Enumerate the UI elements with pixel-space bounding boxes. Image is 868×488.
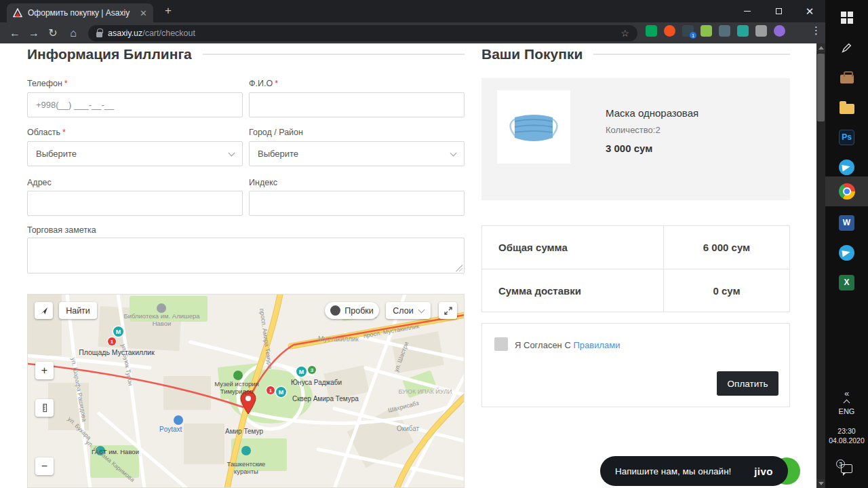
photoshop-icon[interactable]: Ps bbox=[825, 124, 868, 151]
jivo-chat-widget[interactable]: Напишите нам, мы онлайн! jivo bbox=[600, 456, 788, 486]
map-zoom-out-button[interactable]: − bbox=[35, 457, 54, 475]
address-bar[interactable]: asaxiy.uz /cart/checkout ☆ bbox=[88, 25, 637, 41]
scrollbar-thumb[interactable] bbox=[817, 54, 825, 121]
order-summary-table: Общая сумма 6 000 сум Сумма доставки 0 с… bbox=[481, 225, 790, 312]
map-fullscreen-button[interactable] bbox=[439, 302, 457, 319]
show-hidden-icons-button[interactable] bbox=[825, 400, 868, 405]
reload-button[interactable]: ↻ bbox=[43, 22, 62, 43]
extension-icon-green[interactable] bbox=[646, 25, 657, 37]
start-button[interactable] bbox=[825, 4, 868, 31]
city-label: Город / Район bbox=[249, 128, 303, 137]
new-tab-button[interactable]: + bbox=[165, 4, 172, 18]
product-image bbox=[497, 90, 570, 164]
phone-label: Телефон* bbox=[27, 79, 68, 88]
url-domain: asaxiy.uz bbox=[108, 29, 142, 38]
pay-button[interactable]: Оплатить bbox=[717, 371, 778, 396]
fio-label: Ф.И.О* bbox=[249, 79, 278, 88]
lock-icon bbox=[96, 32, 102, 37]
summary-row-total: Общая сумма 6 000 сум bbox=[482, 226, 789, 269]
museum-poi-icon bbox=[233, 371, 243, 380]
address-input[interactable] bbox=[27, 191, 243, 216]
telegram-icon-2[interactable] bbox=[825, 239, 868, 266]
window-close-button[interactable]: ✕ bbox=[794, 0, 825, 22]
language-indicator[interactable]: ENG bbox=[825, 407, 868, 415]
map-zoom-in-button[interactable]: + bbox=[35, 362, 54, 379]
file-explorer-icon[interactable] bbox=[825, 94, 868, 121]
jivo-logo: jivo bbox=[754, 466, 773, 477]
map-search-button[interactable]: Найти bbox=[59, 302, 97, 319]
extension-icon-gray[interactable] bbox=[719, 25, 730, 37]
poytaxt-poi-icon bbox=[174, 415, 183, 425]
page-scrollbar[interactable] bbox=[816, 43, 825, 488]
map-graphic bbox=[28, 295, 465, 488]
map-layers-button[interactable]: Слои bbox=[386, 302, 431, 319]
extension-icon-orange[interactable] bbox=[664, 25, 675, 37]
scroll-up-arrow[interactable] bbox=[816, 43, 825, 52]
map-traffic-button[interactable]: Пробки bbox=[325, 302, 379, 319]
region-select[interactable]: Выберите bbox=[27, 141, 243, 166]
clock-tower-poi-icon bbox=[241, 446, 251, 455]
note-textarea[interactable] bbox=[27, 238, 465, 274]
locate-arrow-icon bbox=[39, 306, 48, 315]
terms-panel: Я Согласен С Правилами Оплатить bbox=[481, 323, 790, 407]
library-poi-icon bbox=[157, 303, 166, 313]
fio-input[interactable] bbox=[249, 92, 465, 117]
chrome-icon[interactable] bbox=[825, 178, 868, 205]
taskbar: Ps W X « ENG 23:30 04.08.2020 3 bbox=[825, 0, 868, 488]
terms-text: Я Согласен С Правилами bbox=[515, 340, 620, 350]
map[interactable]: Библиотека им. Алишера Навои ОЛОЙ Мустак… bbox=[27, 294, 465, 488]
total-value: 6 000 сум bbox=[664, 242, 789, 253]
forward-button[interactable]: → bbox=[24, 22, 43, 43]
mask-product-graphic bbox=[497, 90, 570, 164]
summary-row-delivery: Сумма доставки 0 сум bbox=[482, 269, 789, 312]
pen-app-icon[interactable] bbox=[825, 34, 868, 61]
notification-center-button[interactable]: 3 bbox=[825, 458, 868, 478]
bookmark-star-icon[interactable]: ☆ bbox=[620, 28, 629, 39]
index-input[interactable] bbox=[249, 191, 465, 216]
scroll-down-arrow[interactable] bbox=[816, 479, 825, 488]
terms-checkbox[interactable] bbox=[494, 337, 508, 351]
chevron-down-icon bbox=[450, 149, 457, 156]
delivery-value: 0 сум bbox=[664, 285, 789, 297]
browser-tab[interactable]: Оформить покупку | Asaxiy ✕ bbox=[7, 3, 153, 22]
theater-poi-icon bbox=[96, 446, 105, 455]
extension-icon-purple[interactable] bbox=[774, 25, 785, 37]
ruler-icon bbox=[40, 403, 50, 413]
toolbox-app-icon[interactable] bbox=[825, 64, 868, 91]
extension-icon-lime[interactable] bbox=[701, 25, 712, 37]
phone-input[interactable] bbox=[27, 92, 243, 117]
metro-station-icon: М bbox=[113, 326, 123, 337]
terms-link[interactable]: Правилами bbox=[573, 340, 620, 350]
url-path: /cart/checkout bbox=[142, 29, 195, 38]
metro-station-icon: М bbox=[296, 367, 307, 377]
city-select[interactable]: Выберите bbox=[249, 141, 465, 166]
metro-station-icon: М bbox=[276, 387, 286, 397]
product-quantity: Количество:2 bbox=[606, 125, 660, 135]
taskbar-clock[interactable]: 23:30 04.08.2020 bbox=[825, 426, 868, 445]
textarea-resize-handle[interactable] bbox=[456, 265, 462, 271]
screen: Оформить покупку | Asaxiy ✕ + ✕ ← → ↻ ⌂ … bbox=[0, 0, 868, 488]
map-ruler-button[interactable] bbox=[35, 399, 54, 417]
home-button[interactable]: ⌂ bbox=[64, 22, 83, 43]
window-maximize-button[interactable] bbox=[763, 0, 794, 22]
excel-icon[interactable]: X bbox=[825, 269, 868, 296]
hidden-icons-chevron[interactable]: « bbox=[825, 388, 868, 398]
extension-icon-teal[interactable] bbox=[737, 25, 749, 37]
word-icon[interactable]: W bbox=[825, 209, 868, 236]
map-locate-button[interactable] bbox=[35, 302, 53, 319]
clock-time: 23:30 bbox=[825, 426, 868, 436]
extensions-puzzle-icon[interactable] bbox=[755, 25, 767, 37]
metro-line-badge: 3 bbox=[308, 366, 316, 374]
note-label: Торговая заметка bbox=[27, 225, 96, 235]
notification-badge: 3 bbox=[836, 459, 845, 468]
window-minimize-button[interactable] bbox=[732, 0, 763, 22]
extension-icon-dark[interactable]: 1 bbox=[682, 25, 694, 37]
back-button[interactable]: ← bbox=[5, 22, 24, 43]
tab-close-icon[interactable]: ✕ bbox=[140, 8, 147, 18]
delivery-label: Сумма доставки bbox=[482, 269, 664, 312]
browser-tabstrip: Оформить покупку | Asaxiy ✕ + ✕ bbox=[0, 0, 825, 22]
metro-line-badge: 1 bbox=[267, 386, 275, 394]
browser-menu-icon[interactable]: ⋮ bbox=[811, 24, 821, 37]
clock-date: 04.08.2020 bbox=[825, 436, 868, 445]
extensions-row: 1 bbox=[646, 25, 785, 37]
